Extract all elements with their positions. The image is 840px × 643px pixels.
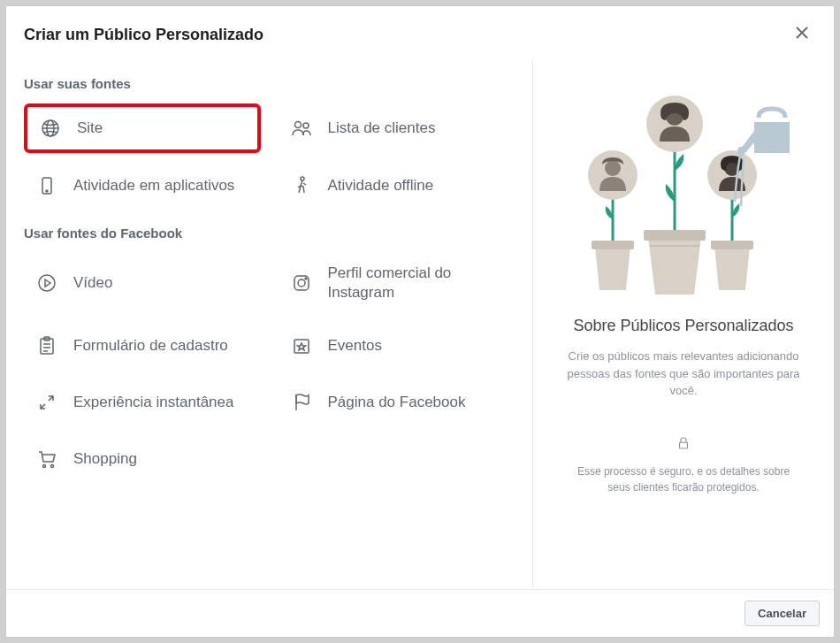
option-label: Experiência instantânea [73,393,233,412]
option-offline-activity[interactable]: Atividade offline [279,162,515,210]
cancel-button[interactable]: Cancelar [745,601,820,626]
option-instagram-profile[interactable]: Perfil comercial do Instagram [279,253,515,313]
svg-rect-29 [711,241,753,249]
option-label: Vídeo [73,273,112,293]
modal-header: Criar um Público Personalizado [6,6,834,60]
svg-rect-33 [680,442,688,448]
flag-icon [291,392,312,413]
modal-title: Criar um Público Personalizado [24,26,263,44]
option-label: Shopping [73,449,137,469]
close-icon [795,26,809,40]
cart-icon [36,448,57,470]
lock-icon [560,435,807,455]
svg-rect-17 [294,340,309,353]
globe-icon [40,118,61,139]
svg-point-7 [301,177,304,180]
info-description: Crie os públicos mais relevantes adicion… [560,348,807,400]
svg-point-8 [39,275,55,291]
svg-rect-25 [644,230,706,241]
mobile-icon [36,175,57,196]
option-label: Página do Facebook [328,393,466,412]
option-customer-list[interactable]: Lista de clientes [279,103,515,153]
modal-body: Usar suas fontes Site Lista de clientes [6,60,834,589]
option-label: Perfil comercial do Instagram [328,264,503,302]
option-label: Atividade offline [328,176,434,195]
info-title: Sobre Públicos Personalizados [573,317,793,335]
walking-icon [291,175,312,196]
option-label: Formulário de cadastro [73,336,228,356]
option-instant-experience[interactable]: Experiência instantânea [24,379,261,426]
svg-point-10 [298,279,305,287]
clipboard-icon [36,335,57,356]
option-shopping[interactable]: Shopping [24,435,261,483]
instagram-icon [291,272,312,294]
option-label: Site [77,119,103,138]
svg-point-20 [51,465,54,468]
modal-footer: Cancelar [6,589,834,637]
expand-icon [36,392,57,413]
option-app-activity[interactable]: Atividade em aplicativos [24,162,261,210]
svg-point-24 [605,160,621,176]
svg-point-4 [303,123,309,128]
star-calendar-icon [291,335,312,356]
svg-point-19 [43,465,46,468]
svg-point-11 [305,278,307,279]
sources-panel: Usar suas fontes Site Lista de clientes [24,60,533,589]
option-events[interactable]: Eventos [279,322,515,370]
option-label: Lista de clientes [328,119,436,138]
svg-rect-21 [592,241,634,249]
option-label: Eventos [328,336,382,356]
svg-point-6 [46,190,48,192]
people-icon [291,118,312,139]
option-site[interactable]: Site [24,103,261,153]
option-lead-form[interactable]: Formulário de cadastro [24,322,261,370]
option-facebook-page[interactable]: Página do Facebook [279,379,515,426]
audience-illustration [569,87,798,299]
svg-point-3 [294,122,301,128]
create-audience-modal: Criar um Público Personalizado Usar suas… [5,5,835,638]
info-panel: Sobre Públicos Personalizados Crie os pú… [533,60,816,589]
option-video[interactable]: Vídeo [24,253,261,313]
play-icon [36,272,57,294]
your-sources-heading: Usar suas fontes [24,76,515,91]
security-text: Esse processo é seguro, e os detalhes so… [560,463,807,495]
close-button[interactable] [788,22,816,48]
option-label: Atividade em aplicativos [73,176,234,195]
facebook-sources-heading: Usar fontes do Facebook [24,226,515,241]
